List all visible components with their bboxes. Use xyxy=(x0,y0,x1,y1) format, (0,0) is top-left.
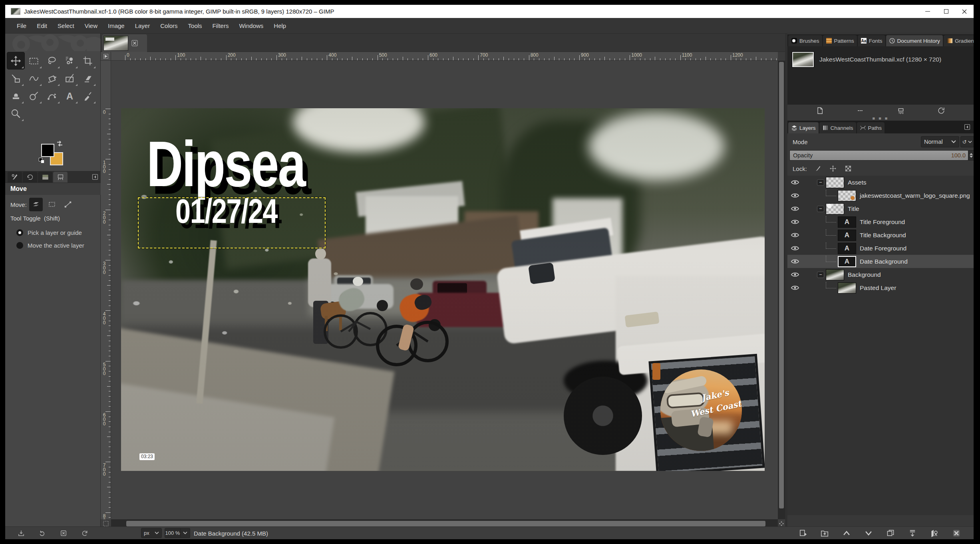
horizontal-ruler[interactable]: 0100200300400500600700800900100011001200 xyxy=(111,52,778,61)
menu-image[interactable]: Image xyxy=(103,19,130,32)
document-history-entry[interactable]: JakesWestCoastThumbnail.xcf (1280 × 720) xyxy=(819,56,941,63)
raise-layer-icon[interactable] xyxy=(842,529,851,538)
layer-thumbnail[interactable]: A xyxy=(838,230,856,241)
zoom-tool-button[interactable] xyxy=(7,105,25,122)
radio-pick-layer[interactable]: Pick a layer or guide xyxy=(16,227,96,238)
text-tool-button[interactable]: A xyxy=(61,87,79,105)
layer-row-background[interactable]: −Background xyxy=(787,268,974,281)
delete-preset-icon[interactable] xyxy=(60,530,67,537)
canvas-viewport[interactable]: Jake's West Coast Dipsea 01/27/24 03:23 xyxy=(111,61,778,519)
layer-row-date-foreground[interactable]: ADate Foreground xyxy=(787,242,974,255)
menu-edit[interactable]: Edit xyxy=(32,19,52,32)
layer-thumbnail[interactable] xyxy=(826,269,844,280)
undo-history-tab[interactable] xyxy=(23,172,37,183)
images-tab[interactable] xyxy=(38,172,52,183)
transform-tool-button[interactable] xyxy=(7,69,25,87)
crop-tool-button[interactable] xyxy=(79,52,97,69)
menu-colors[interactable]: Colors xyxy=(155,19,183,32)
device-status-tab[interactable] xyxy=(8,172,22,183)
radio-move-active-layer[interactable]: Move the active layer xyxy=(16,240,96,251)
eraser-tool-button[interactable] xyxy=(79,69,97,87)
layer-row-title[interactable]: −Title xyxy=(787,202,974,215)
layer-thumbnail[interactable]: A xyxy=(838,216,856,228)
remove-entry-icon[interactable] xyxy=(856,107,864,115)
refresh-previews-icon[interactable] xyxy=(937,107,945,115)
dock-grip[interactable]: ■ ■ ■ xyxy=(787,117,974,121)
dock-tab-paths[interactable]: Paths xyxy=(857,122,885,133)
visibility-eye-icon[interactable] xyxy=(791,245,801,251)
open-entry-icon[interactable] xyxy=(816,107,824,115)
minimize-button[interactable] xyxy=(918,5,937,18)
ruler-origin-button[interactable] xyxy=(101,52,111,61)
zoom-level-field[interactable]: 100 % xyxy=(165,528,181,538)
collapse-left-icon[interactable] xyxy=(964,124,970,130)
canvas-image[interactable]: Jake's West Coast Dipsea 01/27/24 03:23 xyxy=(121,108,765,471)
clone-tool-button[interactable] xyxy=(7,87,25,105)
vertical-scrollbar-thumb[interactable] xyxy=(779,62,784,508)
vertical-scrollbar[interactable] xyxy=(778,61,785,519)
vertical-ruler[interactable]: 0100200300400500600700800 xyxy=(101,61,111,519)
menu-layer[interactable]: Layer xyxy=(130,19,155,32)
visibility-eye-icon[interactable] xyxy=(791,179,801,185)
foreground-color-swatch[interactable] xyxy=(41,144,54,157)
layer-thumbnail[interactable]: A xyxy=(838,243,856,254)
zoom-dropdown[interactable] xyxy=(181,528,190,538)
visibility-eye-icon[interactable] xyxy=(791,219,801,225)
move-tool-button[interactable] xyxy=(7,52,25,69)
mode-dropdown[interactable]: Normal xyxy=(921,136,959,147)
dock-tab-fonts[interactable]: AaFonts xyxy=(858,35,885,46)
visibility-eye-icon[interactable] xyxy=(791,272,801,278)
paths-tool-button[interactable] xyxy=(43,87,61,105)
add-layer-mask-icon[interactable] xyxy=(930,529,939,538)
dock-tab-gradients[interactable]: Gradients xyxy=(944,35,974,46)
dock-tab-brushes[interactable]: Brushes xyxy=(788,35,822,46)
move-selection-button[interactable] xyxy=(45,198,59,211)
image-tab[interactable] xyxy=(102,34,147,52)
layer-thumbnail[interactable] xyxy=(838,190,856,201)
fuzzy-select-tool-button[interactable] xyxy=(61,52,79,69)
move-path-button[interactable] xyxy=(61,198,75,211)
swap-colors-icon[interactable] xyxy=(56,141,63,147)
new-layer-group-icon[interactable] xyxy=(820,529,829,538)
visibility-eye-icon[interactable] xyxy=(791,206,801,212)
free-select-tool-button[interactable] xyxy=(43,52,61,69)
layer-row-pasted-layer[interactable]: Pasted Layer xyxy=(787,281,974,294)
menu-tools[interactable]: Tools xyxy=(183,19,207,32)
layer-thumbnail[interactable]: A xyxy=(838,256,856,267)
menu-filters[interactable]: Filters xyxy=(207,19,234,32)
layer-row-date-background[interactable]: ADate Background xyxy=(787,255,974,268)
image-tab-close-icon[interactable] xyxy=(131,40,138,46)
layer-thumbnail[interactable] xyxy=(826,177,844,188)
lock-pixels-icon[interactable] xyxy=(814,165,821,172)
unit-dropdown[interactable]: px xyxy=(141,528,162,538)
layer-row-title-foreground[interactable]: ATitle Foreground xyxy=(787,215,974,228)
move-layer-button[interactable] xyxy=(29,198,43,211)
dodge-burn-tool-button[interactable] xyxy=(25,87,43,105)
menu-windows[interactable]: Windows xyxy=(234,19,268,32)
mode-switch-button[interactable]: ↺ xyxy=(960,136,974,147)
reset-options-icon[interactable] xyxy=(81,530,88,537)
layer-row-assets[interactable]: −Assets xyxy=(787,176,974,189)
rectangle-select-tool-button[interactable] xyxy=(25,52,43,69)
maximize-button[interactable] xyxy=(937,5,955,18)
layer-thumbnail[interactable] xyxy=(838,282,856,294)
menu-select[interactable]: Select xyxy=(52,19,80,32)
dock-tab-patterns[interactable]: Patterns xyxy=(823,35,857,46)
warp-tool-button[interactable] xyxy=(25,69,43,87)
dock-tab-document-history[interactable]: Document History xyxy=(886,35,943,46)
group-expander-icon[interactable]: − xyxy=(817,179,824,186)
lower-layer-icon[interactable] xyxy=(864,529,873,538)
collapse-left-icon[interactable] xyxy=(92,174,98,180)
horizontal-scrollbar-thumb[interactable] xyxy=(126,521,765,526)
layer-row-jakeswestcoast-warm-logo-square-png[interactable]: jakeswestcoast_warm_logo_square.png xyxy=(787,189,974,202)
close-button[interactable] xyxy=(955,5,974,18)
group-expander-icon[interactable]: − xyxy=(817,206,824,212)
menu-view[interactable]: View xyxy=(80,19,103,32)
tool-options-tab[interactable] xyxy=(53,172,68,183)
lock-alpha-icon[interactable] xyxy=(845,165,852,172)
visibility-eye-icon[interactable] xyxy=(791,232,801,238)
opacity-spinner[interactable] xyxy=(968,150,974,161)
visibility-eye-icon[interactable] xyxy=(791,193,801,199)
group-expander-icon[interactable]: − xyxy=(817,272,824,278)
layer-thumbnail[interactable] xyxy=(826,203,844,214)
